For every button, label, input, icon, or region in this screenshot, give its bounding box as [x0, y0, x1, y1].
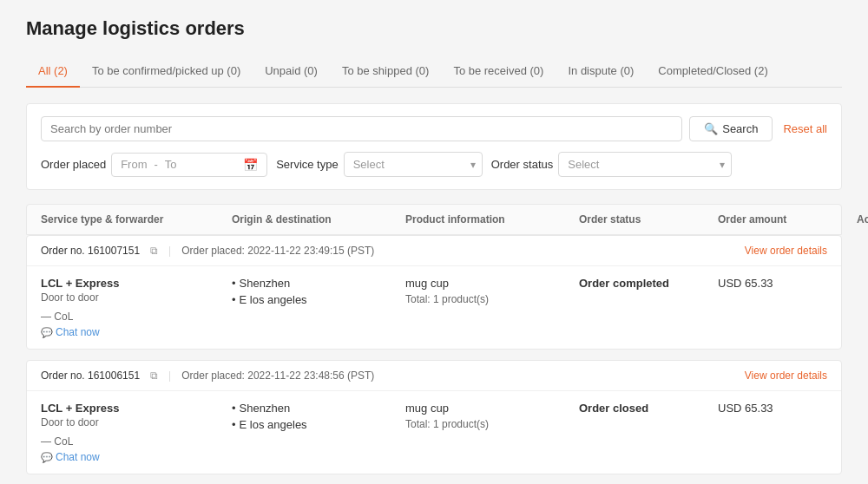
tab-to-be-confirmed[interactable]: To be confirmed/picked up (0) — [80, 56, 253, 88]
service-type-1: LCL + Express Door to door — CoL 💬 Chat … — [41, 402, 232, 463]
order-status-0: Order completed — [579, 277, 718, 290]
order-placed-1: Order placed: 2022-11-22 23:48:56 (PST) — [181, 370, 374, 382]
col-label-1: — CoL — [41, 435, 232, 448]
table-header: Service type & forwarderOrigin & destina… — [26, 204, 842, 235]
destination-1: •E los angeles — [232, 418, 405, 431]
product-total-1: Total: 1 product(s) — [405, 418, 579, 430]
column-header: Action — [857, 213, 868, 226]
copy-icon-0[interactable]: ⧉ — [150, 245, 158, 257]
order-card-1: Order no. 161006151 ⧉ | Order placed: 20… — [26, 360, 842, 474]
separator-1: | — [168, 370, 171, 382]
col-label-0: — CoL — [41, 311, 232, 323]
product-name-0: mug cup — [405, 277, 579, 290]
order-status-label: Order status — [491, 158, 554, 171]
search-button-label: Search — [722, 122, 758, 135]
tab-in-dispute[interactable]: In dispute (0) — [556, 56, 646, 88]
tab-to-be-received[interactable]: To be received (0) — [441, 56, 556, 88]
chat-now-link-0[interactable]: 💬 Chat now — [41, 326, 232, 338]
order-status-select-wrap: Select — [558, 152, 732, 177]
calendar-icon: 📅 — [243, 158, 258, 172]
order-placed-filter: Order placed From - To 📅 — [41, 153, 267, 177]
search-input[interactable] — [50, 122, 673, 135]
destination-0: •E los angeles — [232, 293, 405, 306]
service-name-0: LCL + Express — [41, 277, 232, 290]
service-type-select[interactable]: Select — [344, 152, 483, 177]
search-input-wrap — [41, 116, 682, 141]
order-status-filter: Order status Select — [491, 152, 733, 177]
column-header: Order amount — [718, 213, 857, 226]
order-row-1: LCL + Express Door to door — CoL 💬 Chat … — [27, 391, 841, 474]
order-row-0: LCL + Express Door to door — CoL 💬 Chat … — [27, 266, 841, 349]
order-amount-0: USD 65.33 — [718, 277, 842, 290]
product-info-1: mug cup Total: 1 product(s) — [405, 402, 579, 430]
tab-all[interactable]: All (2) — [26, 56, 80, 88]
delivery-type-1: Door to door — [41, 416, 232, 428]
separator-0: | — [168, 245, 171, 257]
column-header: Order status — [579, 213, 718, 226]
product-info-0: mug cup Total: 1 product(s) — [405, 277, 579, 305]
chat-label-1: Chat now — [56, 451, 100, 463]
order-status-select[interactable]: Select — [558, 152, 732, 177]
reset-all-link[interactable]: Reset all — [783, 122, 827, 135]
order-meta-0: Order no. 161007151 ⧉ | Order placed: 20… — [27, 236, 841, 266]
search-row: 🔍 Search Reset all — [41, 116, 827, 141]
filter-section: 🔍 Search Reset all Order placed From - T… — [26, 103, 842, 190]
tab-to-be-shipped[interactable]: To be shipped (0) — [330, 56, 441, 88]
view-order-details-1[interactable]: View order details — [745, 370, 827, 382]
tab-unpaid[interactable]: Unpaid (0) — [253, 56, 330, 88]
copy-icon-1[interactable]: ⧉ — [150, 370, 158, 382]
origin-1: •Shenzhen — [232, 402, 405, 415]
order-amount-1: USD 65.33 — [718, 402, 842, 415]
page-wrapper: Manage logistics orders All (2)To be con… — [0, 0, 868, 484]
date-range-input[interactable]: From - To 📅 — [111, 153, 267, 177]
origin-dest-1: •Shenzhen •E los angeles — [232, 402, 405, 435]
origin-dest-0: •Shenzhen •E los angeles — [232, 277, 405, 310]
column-header: Origin & destination — [232, 213, 405, 226]
service-type-filter: Service type Select — [276, 152, 483, 177]
tab-completed-closed[interactable]: Completed/Closed (2) — [646, 56, 779, 88]
tabs-bar: All (2)To be confirmed/picked up (0)Unpa… — [26, 56, 842, 88]
date-separator: - — [155, 158, 158, 171]
filter-row: Order placed From - To 📅 Service type Se… — [41, 152, 827, 177]
order-placed-label: Order placed — [41, 158, 106, 171]
order-number-0: Order no. 161007151 — [41, 245, 140, 257]
date-from: From — [121, 158, 147, 171]
chat-now-link-1[interactable]: 💬 Chat now — [41, 451, 232, 463]
chat-icon-0: 💬 — [41, 327, 53, 338]
order-meta-1: Order no. 161006151 ⧉ | Order placed: 20… — [27, 361, 841, 391]
search-icon: 🔍 — [704, 122, 718, 135]
chat-icon-1: 💬 — [41, 452, 53, 463]
order-number-1: Order no. 161006151 — [41, 370, 140, 382]
product-name-1: mug cup — [405, 402, 579, 415]
delivery-type-0: Door to door — [41, 291, 232, 304]
order-status-1: Order closed — [579, 402, 718, 415]
order-card-0: Order no. 161007151 ⧉ | Order placed: 20… — [26, 235, 842, 350]
product-total-0: Total: 1 product(s) — [405, 293, 579, 305]
view-order-details-0[interactable]: View order details — [745, 245, 827, 257]
service-name-1: LCL + Express — [41, 402, 232, 415]
date-to: To — [165, 158, 177, 171]
service-type-select-wrap: Select — [344, 152, 483, 177]
column-header: Product information — [405, 213, 579, 226]
service-type-label: Service type — [276, 158, 339, 171]
chat-label-0: Chat now — [56, 326, 100, 338]
column-header: Service type & forwarder — [41, 213, 232, 226]
order-placed-0: Order placed: 2022-11-22 23:49:15 (PST) — [181, 245, 374, 257]
page-title: Manage logistics orders — [26, 17, 842, 40]
origin-0: •Shenzhen — [232, 277, 405, 290]
service-type-0: LCL + Express Door to door — CoL 💬 Chat … — [41, 277, 232, 338]
search-button[interactable]: 🔍 Search — [689, 116, 773, 141]
orders-list: Order no. 161007151 ⧉ | Order placed: 20… — [26, 235, 842, 474]
